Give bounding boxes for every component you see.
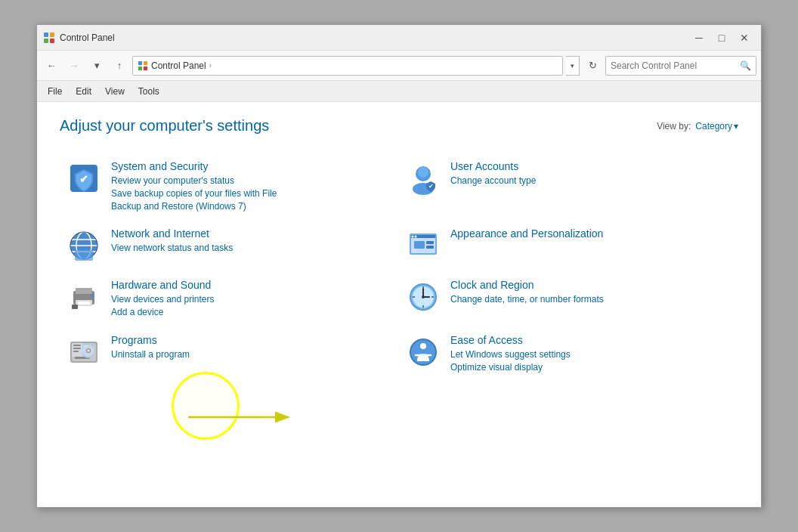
svg-rect-1 (50, 32, 54, 37)
ease-of-access-link-2[interactable]: Optimize visual display (450, 361, 732, 374)
refresh-button[interactable]: ↻ (583, 56, 602, 76)
svg-rect-3 (50, 39, 54, 43)
menu-tools[interactable]: Tools (132, 84, 165, 99)
svg-rect-53 (73, 345, 81, 346)
up-button[interactable]: ↑ (110, 56, 129, 76)
category-ease-of-access[interactable]: Ease of Access Let Windows suggest setti… (399, 326, 738, 382)
svg-point-25 (415, 236, 417, 238)
category-programs[interactable]: Programs Uninstall a program (60, 326, 399, 382)
svg-rect-34 (72, 305, 78, 309)
hardware-sound-link-2[interactable]: Add a device (111, 306, 393, 319)
svg-text:✔: ✔ (428, 183, 434, 190)
network-internet-link-1[interactable]: View network status and tasks (111, 242, 393, 255)
menu-edit[interactable]: Edit (70, 84, 97, 99)
svg-rect-26 (414, 241, 425, 249)
svg-rect-7 (144, 66, 147, 70)
svg-rect-32 (78, 302, 90, 305)
path-label: Control Panel (151, 60, 206, 71)
clock-region-icon (405, 279, 441, 315)
network-internet-icon (66, 227, 102, 264)
system-security-title[interactable]: System and Security (111, 160, 393, 172)
svg-rect-5 (144, 60, 147, 64)
menu-view[interactable]: View (99, 84, 131, 99)
svg-rect-27 (426, 241, 434, 244)
viewby-arrow: ▾ (734, 121, 738, 131)
svg-point-11 (418, 167, 428, 178)
svg-rect-2 (44, 39, 48, 43)
user-accounts-link-1[interactable]: Change account type (450, 175, 732, 187)
categories-container: ✔ System and Security Review your comput… (60, 153, 738, 382)
hardware-sound-link-1[interactable]: View devices and printers (111, 293, 393, 306)
category-system-security[interactable]: ✔ System and Security Review your comput… (60, 153, 399, 220)
programs-highlight-circle (172, 372, 240, 440)
categories-grid: ✔ System and Security Review your comput… (60, 153, 738, 382)
hardware-sound-text: Hardware and Sound View devices and prin… (111, 279, 393, 319)
programs-title[interactable]: Programs (111, 334, 393, 346)
ease-of-access-link-1[interactable]: Let Windows suggest settings (450, 348, 732, 361)
svg-point-58 (420, 343, 426, 349)
page-title: Adjust your computer's settings (60, 117, 269, 135)
svg-rect-6 (138, 66, 142, 70)
view-by: View by: Category ▾ (657, 121, 738, 131)
programs-arrow (188, 411, 309, 434)
appearance-title[interactable]: Appearance and Personalization (450, 227, 732, 240)
address-bar: ← → ▾ ↑ Control Panel › ▾ ↻ 🔍 (37, 51, 761, 81)
window-icon (43, 32, 55, 44)
appearance-text: Appearance and Personalization (450, 227, 732, 242)
svg-text:✔: ✔ (79, 173, 88, 185)
address-dropdown[interactable]: ▾ (566, 56, 580, 76)
category-network-internet[interactable]: Network and Internet View network status… (60, 220, 399, 271)
viewby-value: Category (695, 121, 732, 131)
window-controls: ─ □ ✕ (688, 29, 755, 47)
svg-rect-54 (73, 348, 81, 349)
minimize-button[interactable]: ─ (688, 29, 710, 47)
programs-icon (66, 334, 102, 370)
dropdown-button[interactable]: ▾ (87, 56, 107, 76)
viewby-dropdown[interactable]: Category ▾ (695, 121, 738, 131)
svg-rect-55 (73, 351, 79, 352)
system-security-link-1[interactable]: Review your computer's status (111, 175, 393, 187)
svg-point-51 (87, 349, 90, 352)
appearance-icon (405, 227, 441, 264)
svg-rect-4 (138, 60, 142, 64)
programs-text: Programs Uninstall a program (111, 334, 393, 361)
network-internet-title[interactable]: Network and Internet (111, 227, 393, 240)
forward-button[interactable]: → (64, 56, 84, 76)
search-box[interactable]: 🔍 (605, 56, 756, 76)
ease-of-access-title[interactable]: Ease of Access (450, 334, 732, 346)
clock-region-title[interactable]: Clock and Region (450, 279, 732, 291)
address-path[interactable]: Control Panel › (132, 56, 563, 76)
svg-point-40 (422, 295, 425, 298)
system-security-link-3[interactable]: Backup and Restore (Windows 7) (111, 200, 393, 213)
close-button[interactable]: ✕ (734, 29, 755, 47)
content-area: Adjust your computer's settings View by:… (37, 102, 761, 507)
back-button[interactable]: ← (42, 56, 61, 76)
category-hardware-sound[interactable]: Hardware and Sound View devices and prin… (60, 271, 399, 326)
svg-rect-20 (75, 250, 93, 261)
category-clock-region[interactable]: Clock and Region Change date, time, or n… (399, 271, 738, 326)
system-security-icon: ✔ (66, 160, 102, 196)
programs-link-1[interactable]: Uninstall a program (111, 348, 393, 361)
window-title: Control Panel (60, 32, 688, 43)
menu-bar: File Edit View Tools (37, 81, 761, 102)
title-bar: Control Panel ─ □ ✕ (37, 25, 761, 51)
clock-region-text: Clock and Region Change date, time, or n… (450, 279, 732, 306)
category-appearance[interactable]: Appearance and Personalization (399, 220, 738, 271)
system-security-link-2[interactable]: Save backup copies of your files with Fi… (111, 187, 393, 200)
system-security-text: System and Security Review your computer… (111, 160, 393, 212)
svg-rect-28 (426, 246, 434, 249)
maximize-button[interactable]: □ (711, 29, 732, 47)
svg-point-33 (91, 294, 94, 297)
svg-rect-30 (76, 288, 92, 294)
user-accounts-icon: ✔ (405, 160, 441, 196)
svg-point-24 (412, 236, 414, 238)
ease-of-access-icon (405, 334, 441, 370)
hardware-sound-icon (66, 279, 102, 315)
search-icon[interactable]: 🔍 (740, 60, 751, 71)
menu-file[interactable]: File (42, 84, 68, 99)
search-input[interactable] (611, 60, 740, 71)
user-accounts-title[interactable]: User Accounts (450, 160, 732, 172)
clock-region-link-1[interactable]: Change date, time, or number formats (450, 293, 732, 306)
category-user-accounts[interactable]: ✔ User Accounts Change account type (399, 153, 738, 220)
hardware-sound-title[interactable]: Hardware and Sound (111, 279, 393, 291)
